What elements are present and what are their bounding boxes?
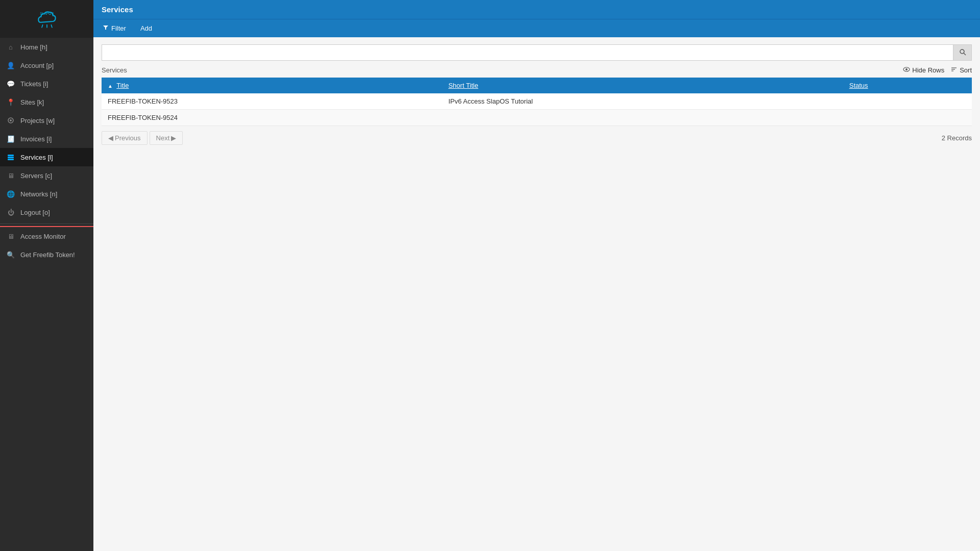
filter-button[interactable]: Filter	[100, 22, 129, 34]
add-label: Add	[140, 24, 152, 32]
cell-short_title: IPv6 Access SlapOS Tutorial	[442, 93, 843, 110]
status-column-link[interactable]: Status	[849, 82, 868, 89]
networks-icon: 🌐	[6, 189, 15, 198]
table-header: ▲ Title Short Title Status	[102, 78, 972, 93]
servers-icon: 🖥	[6, 171, 15, 180]
table-header-row: Services Hide Rows	[102, 66, 972, 74]
logout-icon: ⏻	[6, 208, 15, 217]
next-button[interactable]: Next ▶	[150, 131, 183, 145]
services-table: ▲ Title Short Title Status FREEFIB-TOKEN…	[102, 78, 972, 126]
tickets-icon: 💬	[6, 79, 15, 88]
table-label: Services	[102, 66, 127, 74]
cell-short_title	[442, 110, 843, 126]
filter-label: Filter	[111, 24, 126, 32]
monitor-icon: 🖥	[6, 232, 15, 241]
sidebar-item-sites[interactable]: 📍 Sites [k]	[0, 93, 93, 111]
sidebar-item-access-monitor[interactable]: 🖥 Access Monitor	[0, 226, 93, 245]
search-icon	[959, 48, 966, 57]
sidebar-get-token-label: Get Freefib Token!	[20, 251, 75, 259]
page-header: Services	[93, 0, 980, 19]
projects-icon	[6, 116, 15, 125]
svg-line-7	[964, 53, 966, 55]
page-title: Services	[102, 5, 133, 14]
sort-button[interactable]: Sort	[950, 66, 972, 74]
previous-icon: ◀	[108, 134, 113, 142]
sort-icon	[950, 66, 958, 74]
sidebar-item-account[interactable]: 👤 Account [p]	[0, 56, 93, 74]
previous-label: Previous	[115, 134, 141, 142]
sort-up-arrow: ▲	[108, 83, 113, 89]
search-input[interactable]	[102, 44, 953, 61]
column-status: Status	[843, 78, 972, 93]
previous-button[interactable]: ◀ Previous	[102, 131, 148, 145]
sidebar-item-services-label: Services [l]	[20, 154, 53, 161]
sidebar-item-networks-label: Networks [n]	[20, 190, 57, 198]
pagination-row: ◀ Previous Next ▶ 2 Records	[102, 131, 972, 145]
sidebar-item-services[interactable]: Services [l]	[0, 148, 93, 166]
svg-point-9	[905, 68, 908, 70]
add-button[interactable]: Add	[137, 22, 155, 34]
cell-status	[843, 93, 972, 110]
sidebar-item-projects[interactable]: Projects [w]	[0, 111, 93, 130]
pagination-buttons: ◀ Previous Next ▶	[102, 131, 183, 145]
cell-status	[843, 110, 972, 126]
next-icon: ▶	[171, 134, 176, 142]
hide-rows-label: Hide Rows	[912, 66, 944, 74]
sidebar-item-account-label: Account [p]	[20, 62, 54, 69]
logo-area: SLAPӦS	[0, 0, 93, 38]
sidebar-divider	[0, 223, 93, 224]
eye-icon	[903, 66, 910, 74]
records-count: 2 Records	[942, 134, 972, 142]
table-body: FREEFIB-TOKEN-9523IPv6 Access SlapOS Tut…	[102, 93, 972, 126]
sidebar-item-home-label: Home [h]	[20, 43, 47, 51]
sidebar-item-home[interactable]: ⌂ Home [h]	[0, 38, 93, 56]
column-short-title: Short Title	[442, 78, 843, 93]
account-icon: 👤	[6, 61, 15, 70]
token-icon: 🔍	[6, 250, 15, 259]
search-button[interactable]	[953, 44, 972, 61]
sites-icon: 📍	[6, 97, 15, 107]
title-column-link[interactable]: Title	[116, 82, 129, 89]
cell-title: FREEFIB-TOKEN-9524	[102, 110, 442, 126]
sidebar-item-servers[interactable]: 🖥 Servers [c]	[0, 166, 93, 185]
sort-label: Sort	[960, 66, 972, 74]
sidebar: SLAPӦS ⌂ Home [h] 👤 Account [p] 💬 Ticke…	[0, 0, 93, 551]
table-row[interactable]: FREEFIB-TOKEN-9523IPv6 Access SlapOS Tut…	[102, 93, 972, 110]
sidebar-item-logout-label: Logout [o]	[20, 209, 50, 216]
next-label: Next	[156, 134, 170, 142]
sidebar-item-networks[interactable]: 🌐 Networks [n]	[0, 185, 93, 203]
table-row[interactable]: FREEFIB-TOKEN-9524	[102, 110, 972, 126]
sidebar-item-projects-label: Projects [w]	[20, 117, 55, 124]
svg-rect-3	[8, 155, 14, 156]
sidebar-item-logout[interactable]: ⏻ Logout [o]	[0, 203, 93, 221]
cell-title: FREEFIB-TOKEN-9523	[102, 93, 442, 110]
sidebar-access-monitor-label: Access Monitor	[20, 233, 66, 240]
filter-icon	[103, 24, 109, 32]
svg-rect-4	[8, 157, 14, 158]
hide-rows-button[interactable]: Hide Rows	[903, 66, 944, 74]
column-title: ▲ Title	[102, 78, 442, 93]
home-icon: ⌂	[6, 42, 15, 52]
short-title-column-link[interactable]: Short Title	[448, 82, 478, 89]
sidebar-item-servers-label: Servers [c]	[20, 172, 52, 180]
sidebar-item-sites-label: Sites [k]	[20, 98, 44, 106]
search-bar-row	[102, 44, 972, 61]
sidebar-navigation: ⌂ Home [h] 👤 Account [p] 💬 Tickets [i] 📍…	[0, 38, 93, 551]
content-area: Services Hide Rows	[93, 37, 980, 551]
svg-rect-5	[8, 159, 14, 160]
sidebar-item-tickets-label: Tickets [i]	[20, 80, 48, 88]
toolbar: Filter Add	[93, 19, 980, 37]
slapos-logo: SLAPӦS	[34, 6, 60, 32]
table-controls: Hide Rows Sort	[903, 66, 972, 74]
sidebar-item-invoices[interactable]: 🧾 Invoices [i]	[0, 130, 93, 148]
invoices-icon: 🧾	[6, 134, 15, 143]
services-icon	[6, 153, 15, 162]
sidebar-item-get-token[interactable]: 🔍 Get Freefib Token!	[0, 245, 93, 264]
sidebar-item-invoices-label: Invoices [i]	[20, 135, 52, 143]
svg-point-2	[10, 119, 12, 121]
svg-point-6	[960, 49, 964, 54]
sidebar-item-tickets[interactable]: 💬 Tickets [i]	[0, 74, 93, 93]
main-content: Services Filter Add	[93, 0, 980, 551]
